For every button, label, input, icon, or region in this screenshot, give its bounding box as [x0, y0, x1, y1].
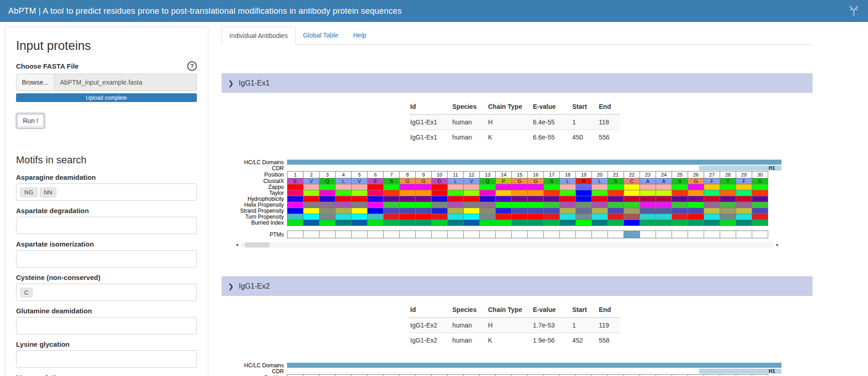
residue-cell	[431, 220, 448, 226]
residue-cell	[351, 190, 368, 196]
residue-cell	[591, 190, 608, 196]
residue-cell	[431, 202, 448, 208]
motif-group-asparagine-deamidation: Asparagine deamidationNGNN	[16, 173, 197, 201]
tab-help[interactable]: Help	[346, 27, 374, 45]
residue-cell: G	[399, 178, 416, 184]
residue-cell	[303, 202, 320, 208]
motif-group-mannosylation: Mannosylation	[16, 374, 197, 376]
track-cells	[287, 208, 781, 214]
residue-cell: S	[608, 178, 624, 184]
track-cells	[287, 202, 781, 208]
motif-label: Cysteine (non-conserved)	[16, 274, 197, 281]
residue-cell	[351, 202, 368, 208]
position-cell: 21	[608, 374, 624, 376]
cdr-h1-region: H1	[699, 166, 781, 171]
residue-cell	[463, 196, 480, 202]
panel-header-igg1-ex2[interactable]: ❯IgG1-Ex2	[222, 276, 813, 296]
residue-cell	[447, 196, 464, 202]
motif-input-asparagine-deamidation[interactable]: NGNN	[16, 183, 197, 201]
scrollbar-track[interactable]	[241, 242, 774, 248]
residue-cell	[527, 190, 544, 196]
position-cell: 9	[415, 171, 432, 178]
motif-input-aspartate-degradation[interactable]	[16, 217, 197, 234]
residue-cell	[351, 214, 368, 220]
residue-cell	[704, 214, 720, 220]
ptm-cell	[656, 231, 672, 238]
track-label: Position	[233, 171, 287, 178]
residue-cell	[575, 184, 592, 190]
scroll-left-arrow-icon[interactable]: ◄	[233, 242, 241, 248]
residue-cell	[640, 220, 656, 226]
position-cell: 13	[479, 171, 496, 178]
residue-cell: D	[431, 178, 448, 184]
residue-cell	[704, 196, 720, 202]
track-label: CDR	[233, 165, 287, 171]
motif-tag[interactable]: NG	[20, 188, 38, 197]
residue-cell	[479, 196, 496, 202]
residue-cell	[287, 214, 304, 220]
scroll-right-arrow-icon[interactable]: ►	[774, 242, 781, 248]
residue-cell	[624, 196, 640, 202]
motif-tag[interactable]: NN	[40, 188, 57, 197]
motif-input-lysine-glycation[interactable]	[16, 350, 197, 368]
motif-label: Glutamine deamidation	[16, 307, 197, 315]
ptm-cell	[431, 231, 448, 238]
residue-cell	[495, 208, 512, 214]
motif-tag[interactable]: C	[20, 288, 33, 297]
track-label: Turn Propensity	[233, 214, 287, 220]
track-label: Zappo	[233, 184, 287, 190]
file-name-field: AbPTM_input_example.fasta	[54, 74, 197, 91]
residue-cell: T	[720, 178, 736, 184]
residue-cell: A	[640, 178, 656, 184]
position-cell: 16	[527, 374, 544, 376]
scrollbar-thumb[interactable]	[244, 242, 270, 247]
motifs-list: Asparagine deamidationNGNNAspartate degr…	[16, 173, 197, 376]
position-cell: 25	[672, 171, 688, 178]
residue-cell	[608, 184, 624, 190]
residue-cell	[575, 196, 592, 202]
position-cell: 21	[608, 171, 624, 178]
residue-cell	[495, 196, 512, 202]
motif-group-cysteine-non-conserved: Cysteine (non-conserved)C	[16, 274, 197, 301]
panel-header-igg1-ex1[interactable]: ❯IgG1-Ex1	[222, 73, 813, 93]
track-cdr: CDRH1	[233, 165, 813, 171]
motif-group-aspartate-isomerization: Aspartate isomerization	[16, 240, 197, 268]
table-row: IgG1-Ex2humanK1.9e-56452558	[409, 333, 620, 348]
residue-cell	[319, 184, 336, 190]
motif-group-aspartate-degradation: Aspartate degradation	[16, 207, 197, 234]
tab-global-table[interactable]: Global Table	[296, 27, 346, 45]
residue-cell	[736, 202, 752, 208]
ptm-cell	[335, 231, 352, 238]
table-cell: 1.7e-53	[532, 317, 571, 333]
position-cell: 6	[367, 374, 384, 376]
track-helix-propensity: Helix Propensity	[233, 202, 813, 208]
residue-cell	[752, 220, 768, 226]
horizontal-scrollbar[interactable]: ◄►	[233, 242, 781, 248]
position-cell: 13	[479, 374, 496, 376]
motif-input-glutamine-deamidation[interactable]	[16, 317, 197, 334]
motif-input-cysteine-non-conserved[interactable]: C	[16, 284, 197, 301]
residue-cell	[720, 190, 736, 196]
ptm-cell	[720, 231, 736, 238]
residue-cell	[479, 220, 496, 226]
residue-cell	[559, 208, 576, 214]
residue-cell	[367, 202, 384, 208]
residue-cell	[656, 220, 672, 226]
browse-button[interactable]: Browse...	[16, 74, 54, 91]
residue-cell	[656, 196, 672, 202]
ptm-cell-highlight[interactable]	[624, 231, 640, 238]
help-icon[interactable]: ?	[187, 61, 197, 71]
position-cell: 11	[447, 374, 464, 376]
run-button[interactable]: Run !	[16, 113, 45, 129]
residue-cell	[591, 196, 608, 202]
table-cell: K	[487, 333, 532, 348]
tab-individual-antibodies[interactable]: Individual Antibodies	[222, 27, 296, 45]
panel-title: IgG1-Ex1	[239, 79, 270, 87]
residue-cell: L	[447, 178, 464, 184]
residue-cell	[608, 190, 624, 196]
motif-input-aspartate-isomerization[interactable]	[16, 250, 197, 268]
table-cell: 556	[598, 130, 620, 145]
residue-cell	[624, 190, 640, 196]
residue-cell	[495, 220, 512, 226]
residue-cell	[479, 202, 496, 208]
